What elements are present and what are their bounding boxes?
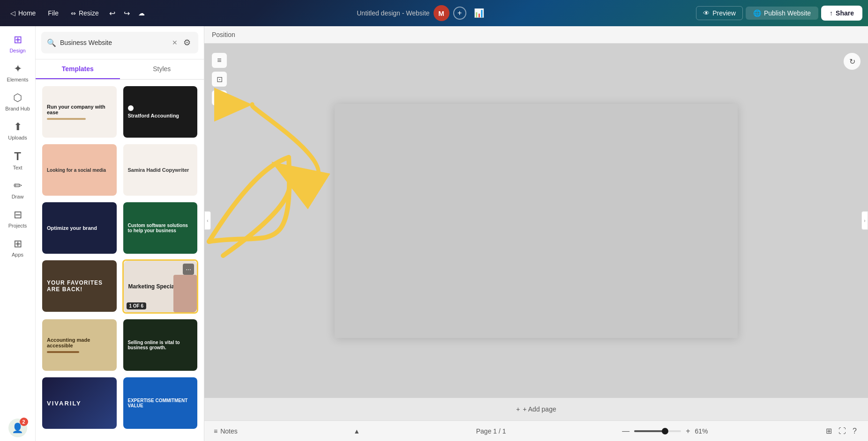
template-title-9: Accounting made accessible	[47, 337, 112, 348]
template-title-4: Samira Hadid Copywriter	[128, 167, 193, 173]
canvas-copy-tool[interactable]: ⊡	[212, 72, 227, 87]
canvas-align-tool[interactable]: ≡	[212, 53, 227, 68]
redo-button[interactable]: ↪	[120, 6, 134, 21]
sidebar-label-brand-hub: Brand Hub	[5, 106, 30, 111]
resize-label: Resize	[79, 9, 99, 17]
sidebar-item-projects[interactable]: ⊟ Projects	[2, 205, 34, 232]
canvas-right-tools: ↻	[844, 53, 861, 70]
top-bar-left: ◁ Home File ⇔ Resize ↩ ↪ ☁	[6, 6, 149, 21]
resize-button[interactable]: ⇔ Resize	[66, 7, 104, 20]
page-nav-controls: ▲	[353, 427, 360, 435]
add-page-label: + Add page	[523, 405, 556, 413]
search-input[interactable]	[60, 39, 168, 46]
right-panel-collapse-button[interactable]: ›	[861, 211, 868, 230]
page-nav-up[interactable]: ▲	[353, 427, 360, 435]
fullscreen-button[interactable]: ⛶	[837, 425, 848, 437]
help-button[interactable]: ?	[851, 425, 859, 437]
template-card-7[interactable]: YOUR FAVORITES ARE BACK!	[41, 259, 118, 314]
sidebar-item-draw[interactable]: ✏ Draw	[2, 176, 34, 203]
template-card-2[interactable]: Stratford Accounting	[122, 85, 199, 139]
canvas-main[interactable]: ≡ ⊡ ⊕ ↻	[204, 44, 868, 398]
publish-label: Publish Website	[764, 9, 811, 17]
template-title-10: Selling online is vital to business grow…	[128, 340, 193, 350]
clear-search-button[interactable]: ✕	[172, 39, 178, 46]
template-badge: 1 OF 6	[127, 302, 147, 309]
uploads-icon: ⬆	[14, 121, 22, 133]
preview-label: Preview	[712, 9, 736, 17]
brand-hub-icon: ⬡	[13, 92, 22, 104]
home-button[interactable]: ◁ Home	[6, 7, 40, 20]
add-collaborator-button[interactable]: +	[453, 7, 466, 20]
home-icon: ◁	[10, 9, 15, 17]
sidebar-item-elements[interactable]: ✦ Elements	[2, 59, 34, 86]
zoom-in-button[interactable]: +	[686, 427, 690, 435]
main-layout: ⊞ Design ✦ Elements ⬡ Brand Hub ⬆ Upload…	[0, 26, 868, 441]
sidebar-item-apps[interactable]: ⊞ Apps	[2, 234, 34, 261]
eye-icon: 👁	[703, 9, 710, 17]
canvas-add-tool[interactable]: ⊕	[212, 90, 227, 105]
view-buttons: ⊞ ⛶ ?	[824, 425, 859, 437]
zoom-label: 61%	[695, 427, 708, 435]
template-card-8[interactable]: ··· Marketing Specialist 1 OF 6	[122, 259, 199, 314]
undo-button[interactable]: ↩	[105, 6, 119, 21]
template-card-3[interactable]: Looking for a social media	[41, 143, 118, 197]
sidebar-bottom: 👤 2	[8, 419, 27, 437]
draw-icon: ✏	[14, 180, 22, 192]
sidebar-item-uploads[interactable]: ⬆ Uploads	[2, 117, 34, 144]
sidebar-item-text[interactable]: T Text	[2, 146, 34, 174]
zoom-slider-track[interactable]	[634, 430, 681, 432]
cloud-save-button[interactable]: ☁	[135, 6, 149, 21]
template-title-2: Stratford Accounting	[128, 113, 193, 118]
canvas-header: Position	[204, 26, 868, 44]
publish-button[interactable]: 🌐 Publish Website	[746, 7, 818, 20]
notes-button[interactable]: ≡ Notes	[214, 427, 238, 435]
template-card-5[interactable]: Optimize your brand	[41, 201, 118, 255]
panel-tabs: Templates Styles	[36, 59, 204, 80]
add-page-bar[interactable]: + + Add page	[204, 398, 868, 420]
sidebar-item-brand-hub[interactable]: ⬡ Brand Hub	[2, 88, 34, 115]
tab-templates[interactable]: Templates	[36, 59, 120, 79]
sidebar-label-text: Text	[13, 165, 22, 170]
notification-badge: 2	[20, 418, 28, 426]
search-box: 🔍 ✕ ⚙	[41, 32, 198, 53]
panel-content: Run your company with ease Stratford Acc…	[36, 80, 204, 441]
template-more-button[interactable]: ···	[183, 264, 194, 275]
canvas-refresh-button[interactable]: ↻	[844, 53, 861, 70]
page-info: Page 1 / 1	[476, 427, 506, 435]
sidebar-label-apps: Apps	[12, 252, 23, 257]
template-card-1[interactable]: Run your company with ease	[41, 85, 118, 139]
user-avatar[interactable]: M	[434, 5, 449, 21]
tab-styles[interactable]: Styles	[120, 59, 204, 79]
zoom-slider-thumb[interactable]	[662, 428, 668, 434]
grid-view-button[interactable]: ⊞	[824, 425, 834, 437]
template-card-4[interactable]: Samira Hadid Copywriter	[122, 143, 199, 197]
template-card-9[interactable]: Accounting made accessible	[41, 318, 118, 372]
sidebar-label-design: Design	[9, 48, 25, 53]
templates-grid: Run your company with ease Stratford Acc…	[41, 85, 198, 430]
template-card-6[interactable]: Custom software solutions to help your b…	[122, 201, 199, 255]
template-title-6: Custom software solutions to help your b…	[128, 223, 193, 233]
preview-button[interactable]: 👁 Preview	[696, 6, 743, 20]
template-card-10[interactable]: Selling online is vital to business grow…	[122, 318, 199, 372]
sidebar-item-design[interactable]: ⊞ Design	[2, 30, 34, 57]
user-profile-button[interactable]: 👤 2	[8, 419, 27, 437]
home-label: Home	[18, 9, 36, 17]
panel-collapse-button[interactable]: ‹	[204, 211, 211, 230]
projects-icon: ⊟	[14, 209, 22, 221]
position-label: Position	[212, 31, 235, 38]
share-button[interactable]: ↑ Share	[821, 6, 862, 21]
sidebar-label-uploads: Uploads	[8, 135, 27, 140]
template-card-11[interactable]: VIVARILY	[41, 376, 118, 430]
panel-search-area: 🔍 ✕ ⚙	[36, 26, 204, 59]
elements-icon: ✦	[14, 63, 22, 75]
top-bar-center: Untitled design - Website M + 📊	[152, 5, 692, 21]
design-title: Untitled design - Website	[357, 9, 429, 17]
canvas-page	[335, 104, 738, 338]
zoom-out-button[interactable]: —	[622, 427, 629, 435]
file-button[interactable]: File	[42, 7, 64, 20]
template-card-12[interactable]: EXPERTISE COMMITMENT VALUE	[122, 376, 199, 430]
bottom-bar: ≡ Notes ▲ Page 1 / 1 — + 61% ⊞ ⛶ ?	[204, 420, 868, 441]
analytics-button[interactable]: 📊	[470, 5, 488, 21]
top-bar: ◁ Home File ⇔ Resize ↩ ↪ ☁ Untitled desi…	[0, 0, 868, 26]
filter-button[interactable]: ⚙	[181, 36, 193, 50]
